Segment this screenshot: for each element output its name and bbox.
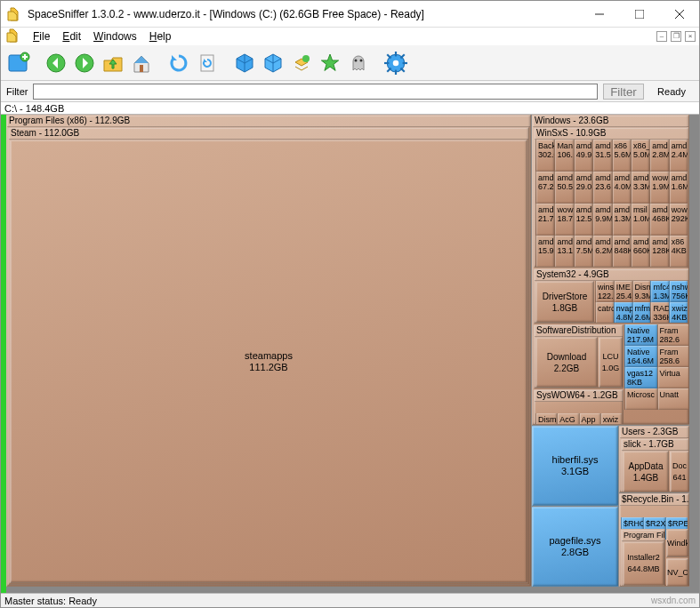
block-appdata[interactable]: AppData1.4GB xyxy=(623,451,669,492)
block-softwaredist[interactable]: SoftwareDistribution Download2.2GB LCU1.… xyxy=(534,324,624,388)
filter-input[interactable] xyxy=(33,84,598,100)
block-programfiles2[interactable]: Program Files Installer2644.8MB xyxy=(621,529,665,587)
grid-cell[interactable]: amd6.2M xyxy=(592,236,611,268)
grid-cell[interactable]: RAD336K xyxy=(650,302,669,324)
grid-cell[interactable]: msil1.0M xyxy=(631,204,649,236)
block-system32[interactable]: System32 - 4.9GB DriverStore1.8GB wins12… xyxy=(534,268,689,324)
block-pagefile[interactable]: pagefile.sys2.8GB xyxy=(532,507,618,587)
grid-cell[interactable]: amd21.7 xyxy=(535,204,554,236)
block-winsxs[interactable]: WinSxS - 10.9GB Back302.0Man106.amd49.9a… xyxy=(534,127,689,268)
block-steamapps[interactable]: steamapps111.2GB xyxy=(10,140,527,583)
new-scan-button[interactable] xyxy=(6,51,31,76)
block-windows[interactable]: Windows - 23.6GB WinSxS - 10.9GB Back302… xyxy=(532,115,689,425)
menu-windows[interactable]: Windows xyxy=(93,30,137,43)
star-button[interactable] xyxy=(318,51,342,76)
refresh-file-button[interactable] xyxy=(195,51,220,76)
grid-cell[interactable]: amd2.4M xyxy=(669,140,688,172)
grid-cell[interactable]: amd468K xyxy=(649,204,668,236)
grid-cell[interactable]: mfc41.3M xyxy=(650,281,669,302)
grid-cell[interactable]: amd7.5M xyxy=(574,236,592,268)
grid-cell[interactable]: AcG2.2M xyxy=(557,413,578,425)
grid-cell[interactable]: x864KB xyxy=(669,236,688,268)
grid-cell[interactable]: IME25.4 xyxy=(614,281,632,302)
menu-help[interactable]: Help xyxy=(149,30,172,43)
cube1-button[interactable] xyxy=(232,51,257,76)
grid-cell[interactable]: App664K xyxy=(579,413,600,425)
grid-cell[interactable]: amd1.6M xyxy=(669,172,688,204)
mdi-close-button[interactable]: × xyxy=(685,31,696,42)
grid-cell[interactable]: Fram258.6 xyxy=(657,346,690,367)
block-syswow64[interactable]: SysWOW64 - 1.2GB Dism7.4MAcG2.2MApp664Kx… xyxy=(534,389,624,425)
grid-cell[interactable]: wow1.9M xyxy=(649,172,668,204)
block-steam[interactable]: Steam - 112.0GB steamapps111.2GB xyxy=(8,127,529,585)
grid-cell[interactable]: amd12.5 xyxy=(574,204,592,236)
grid-cell[interactable]: amd23.6 xyxy=(592,172,611,204)
block-slick[interactable]: slick - 1.7GB AppData1.4GB Doc641 xyxy=(621,438,689,492)
grid-cell[interactable]: mfm2.6M xyxy=(632,302,651,324)
mdi-restore-button[interactable]: ❐ xyxy=(671,31,681,42)
block-users[interactable]: Users - 2.3GB slick - 1.7GB AppData1.4GB… xyxy=(619,426,689,492)
grid-cell[interactable]: amd2.8M xyxy=(649,140,668,172)
ghost-button[interactable] xyxy=(346,51,371,76)
grid-cell[interactable]: wins122. xyxy=(595,281,614,302)
grid-cell[interactable]: Fram282.6 xyxy=(657,324,690,346)
layers-button[interactable] xyxy=(289,51,314,76)
grid-cell[interactable]: x865.6M xyxy=(612,140,631,172)
grid-cell[interactable]: Virtua xyxy=(657,367,690,388)
grid-cell[interactable]: xwiz4KB xyxy=(669,302,688,324)
gear-button[interactable] xyxy=(383,51,408,76)
grid-cell[interactable]: Man106. xyxy=(554,140,573,172)
grid-cell[interactable]: amd13.1 xyxy=(554,236,573,268)
grid-cell[interactable]: Native217.9M xyxy=(624,324,657,346)
grid-cell[interactable]: amd667.2M xyxy=(535,172,554,204)
grid-cell[interactable]: xwiz4KB xyxy=(600,413,622,425)
grid-cell[interactable]: amd50.5 xyxy=(554,172,573,204)
grid-cell[interactable]: Dism7.4M xyxy=(535,413,557,425)
close-button[interactable] xyxy=(659,1,699,27)
treemap-arena[interactable]: Program Files (x86) - 112.9GB Steam - 11… xyxy=(1,115,699,593)
filter-button[interactable]: Filter xyxy=(603,84,644,100)
block-driverstore[interactable]: DriverStore1.8GB xyxy=(535,281,594,323)
back-button[interactable] xyxy=(44,51,68,76)
grid-cell[interactable]: x86_5.0M xyxy=(631,140,649,172)
grid-cell[interactable]: amd31.5 xyxy=(592,140,611,172)
menu-edit[interactable]: Edit xyxy=(62,30,81,43)
grid-cell[interactable]: Microsc xyxy=(624,388,657,410)
grid-cell[interactable]: nshw756K xyxy=(669,281,688,302)
menu-file[interactable]: File xyxy=(33,30,50,43)
block-hiberfil[interactable]: hiberfil.sys3.1GB xyxy=(532,426,618,506)
grid-cell[interactable]: amd3.3M xyxy=(631,172,649,204)
path-header[interactable]: C:\ - 148.4GB xyxy=(1,102,699,115)
grid-cell[interactable]: amd848K xyxy=(612,236,631,268)
grid-cell[interactable]: amd15.9 xyxy=(535,236,554,268)
grid-cell[interactable]: nvap4.8M xyxy=(614,302,632,324)
grid-cell[interactable]: amd9.9M xyxy=(592,204,611,236)
grid-cell[interactable]: amd128K xyxy=(649,236,668,268)
block-doc[interactable]: Doc641 xyxy=(670,451,689,492)
maximize-button[interactable] xyxy=(619,1,659,27)
block-windk[interactable]: Windk xyxy=(666,529,688,557)
grid-cell[interactable]: vgas128KB xyxy=(624,367,657,388)
grid-cell[interactable]: amd4.0M xyxy=(612,172,631,204)
grid-cell[interactable]: amd1.3M xyxy=(612,204,631,236)
block-nvc[interactable]: NV_C xyxy=(666,558,688,587)
grid-cell[interactable]: Unatt xyxy=(657,388,690,410)
block-installer2[interactable]: Installer2644.8MB xyxy=(623,541,664,586)
home-button[interactable] xyxy=(129,51,154,76)
titlebar[interactable]: SpaceSniffer 1.3.0.2 - www.uderzo.it - [… xyxy=(1,1,699,28)
cube2-button[interactable] xyxy=(261,51,286,76)
forward-button[interactable] xyxy=(72,51,97,76)
refresh-button[interactable] xyxy=(166,51,191,76)
grid-cell[interactable]: amd660K xyxy=(631,236,649,268)
block-download[interactable]: Download2.2GB xyxy=(535,337,598,388)
mdi-minimize-button[interactable]: – xyxy=(656,31,667,42)
minimize-button[interactable] xyxy=(579,1,619,27)
block-program-files[interactable]: Program Files (x86) - 112.9GB Steam - 11… xyxy=(6,115,531,587)
grid-cell[interactable]: Native164.6M xyxy=(624,346,657,367)
grid-cell[interactable]: Dism9.3M xyxy=(632,281,651,302)
up-button[interactable] xyxy=(101,51,125,76)
grid-cell[interactable]: amd29.0 xyxy=(574,172,592,204)
grid-cell[interactable]: amd49.9 xyxy=(574,140,592,172)
block-lcu[interactable]: LCU1.0G xyxy=(599,337,623,388)
grid-cell[interactable]: Back302.0 xyxy=(535,140,554,172)
